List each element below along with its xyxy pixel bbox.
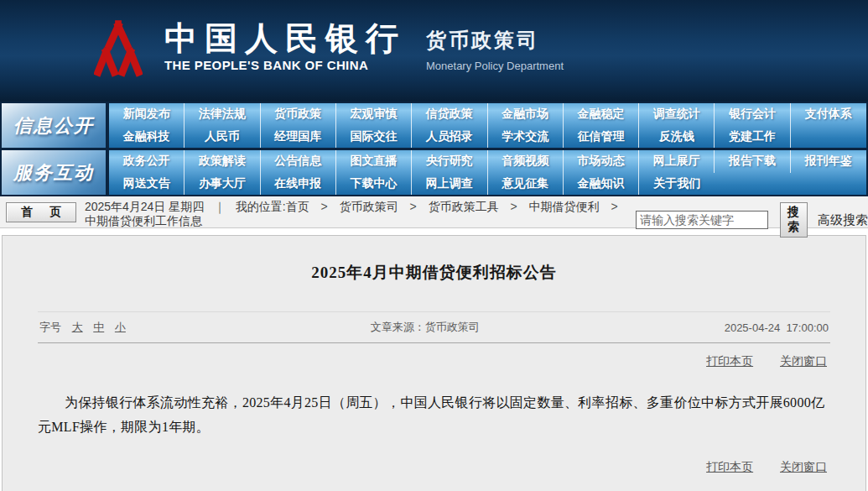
nav-grid-info: 新闻发布 法律法规 货币政策 宏观审慎 信贷政策 金融市场 金融稳定 调查统计 … <box>109 103 866 148</box>
nav-item[interactable]: 国际交往 <box>336 126 412 149</box>
nav-item[interactable]: 人民币 <box>185 126 260 149</box>
location-label: 我的位置: <box>236 200 286 213</box>
chevron-right-icon: > <box>611 200 617 213</box>
nav-item[interactable]: 关于我们 <box>639 173 715 196</box>
nav-item[interactable]: 公告信息 <box>261 150 336 173</box>
nav-grid-service: 政务公开 政策解读 公告信息 图文直播 央行研究 音频视频 市场动态 网上展厅 … <box>109 150 866 195</box>
nav-item[interactable]: 音频视频 <box>488 150 564 173</box>
nav-item[interactable]: 经理国库 <box>261 126 336 149</box>
breadcrumb: 2025年4月24日 星期四 ｜ 我的位置:首页 > 货币政策司 > 货币政策工… <box>85 200 631 228</box>
chevron-right-icon: > <box>321 200 328 213</box>
breadcrumb-mlf[interactable]: 中期借贷便利 <box>529 200 600 213</box>
nav-item[interactable]: 网送文告 <box>109 173 185 196</box>
nav-band-info: 信息公开 新闻发布 法律法规 货币政策 宏观审慎 信贷政策 金融市场 金融稳定 … <box>0 103 868 148</box>
nav-item[interactable]: 在线申报 <box>261 173 336 196</box>
page: 中国人民银行 THE PEOPLE'S BANK OF CHINA 货币政策司 … <box>0 0 868 491</box>
nav-item[interactable]: 反洗钱 <box>639 126 715 149</box>
breadcrumb-current[interactable]: 中期借贷便利工作信息 <box>85 214 202 227</box>
print-page-link[interactable]: 打印本页 <box>706 460 753 473</box>
nav-item-empty <box>715 173 790 196</box>
nav-item[interactable]: 图文直播 <box>336 150 412 173</box>
bank-name-en: THE PEOPLE'S BANK OF CHINA <box>164 58 406 72</box>
article-source: 文章来源：货币政策司 <box>126 320 725 335</box>
nav-item[interactable]: 下载中心 <box>336 173 412 196</box>
nav-item[interactable]: 金融稳定 <box>564 103 639 126</box>
font-size-large[interactable]: 大 <box>72 321 83 333</box>
chevron-right-icon: > <box>511 200 517 213</box>
bank-name-cn: 中国人民银行 <box>164 20 406 55</box>
nav-item[interactable]: 法律法规 <box>185 103 260 126</box>
font-size-label: 字号 <box>39 321 61 333</box>
nav-item[interactable]: 报刊年鉴 <box>791 150 866 173</box>
font-size-medium[interactable]: 中 <box>93 321 104 333</box>
breadcrumb-dept[interactable]: 货币政策司 <box>340 200 398 213</box>
nav-item-empty <box>791 126 866 149</box>
nav-item[interactable]: 政策解读 <box>185 150 260 173</box>
nav-item[interactable]: 银行会计 <box>715 103 790 126</box>
breadcrumb-tools[interactable]: 货币政策工具 <box>429 200 499 213</box>
article-body: 为保持银行体系流动性充裕，2025年4月25日（周五），中国人民银行将以固定数量… <box>38 390 832 439</box>
source-label: 文章来源： <box>371 321 425 333</box>
pipe-separator: ｜ <box>214 200 226 213</box>
nav-item[interactable]: 网上调查 <box>412 173 487 196</box>
nav-item[interactable]: 调查统计 <box>639 103 715 126</box>
pboc-logo-icon <box>94 18 143 81</box>
nav-item[interactable]: 学术交流 <box>488 126 564 149</box>
current-date: 2025年4月24日 星期四 <box>85 200 204 213</box>
nav-item[interactable]: 报告下载 <box>715 150 790 173</box>
nav-item[interactable]: 信贷政策 <box>412 103 487 126</box>
search-button[interactable]: 搜索 <box>780 202 808 238</box>
nav-item[interactable]: 宏观审慎 <box>336 103 412 126</box>
article-actions-bottom: 打印本页 关闭窗口 <box>3 439 865 475</box>
nav-item[interactable]: 央行研究 <box>412 150 487 173</box>
nav-item[interactable]: 网上展厅 <box>639 150 715 173</box>
close-window-link[interactable]: 关闭窗口 <box>780 354 827 368</box>
nav-item[interactable]: 支付体系 <box>791 103 866 126</box>
nav-item[interactable]: 人员招录 <box>412 126 487 149</box>
article-datetime: 2025-04-24 17:00:00 <box>725 321 829 334</box>
advanced-search-link[interactable]: 高级搜索 <box>818 212 868 228</box>
nav-item-empty <box>791 173 866 196</box>
department-name-en: Monetary Policy Department <box>426 60 564 72</box>
article-panel: 2025年4月中期借贷便利招标公告 字号 大 中 小 文章来源：货币政策司 20… <box>2 235 866 491</box>
nav-band-service: 服务互动 政务公开 政策解读 公告信息 图文直播 央行研究 音频视频 市场动态 … <box>0 150 868 195</box>
source-value: 货币政策司 <box>425 321 480 333</box>
site-header: 中国人民银行 THE PEOPLE'S BANK OF CHINA 货币政策司 … <box>0 0 868 102</box>
nav-item[interactable]: 金融市场 <box>488 103 564 126</box>
nav-item[interactable]: 新闻发布 <box>109 103 185 126</box>
article-meta: 字号 大 中 小 文章来源：货币政策司 2025-04-24 17:00:00 <box>38 311 830 343</box>
search-area: 搜索 高级搜索 <box>636 202 868 238</box>
page-title: 2025年4月中期借贷便利招标公告 <box>3 236 865 284</box>
nav-section-service-interaction[interactable]: 服务互动 <box>2 150 106 195</box>
nav-item[interactable]: 征信管理 <box>564 126 639 149</box>
search-input[interactable] <box>636 211 768 229</box>
main-nav: 信息公开 新闻发布 法律法规 货币政策 宏观审慎 信贷政策 金融市场 金融稳定 … <box>0 102 868 196</box>
nav-item[interactable]: 货币政策 <box>261 103 336 126</box>
print-page-link[interactable]: 打印本页 <box>706 354 753 368</box>
font-size-controls: 字号 大 中 小 <box>39 320 126 335</box>
chevron-right-icon: > <box>410 200 417 213</box>
font-size-small[interactable]: 小 <box>115 321 126 333</box>
breadcrumb-bar: 首 页 2025年4月24日 星期四 ｜ 我的位置:首页 > 货币政策司 > 货… <box>0 196 868 228</box>
nav-item[interactable]: 金融科技 <box>109 126 185 149</box>
close-window-link[interactable]: 关闭窗口 <box>780 460 827 473</box>
nav-item[interactable]: 金融知识 <box>564 173 639 196</box>
breadcrumb-home[interactable]: 首页 <box>286 200 309 213</box>
nav-item[interactable]: 办事大厅 <box>185 173 260 196</box>
article-actions-top: 打印本页 关闭窗口 <box>3 343 865 369</box>
nav-item[interactable]: 政务公开 <box>109 150 185 173</box>
nav-item[interactable]: 市场动态 <box>564 150 639 173</box>
nav-section-info-disclosure[interactable]: 信息公开 <box>2 103 106 148</box>
department-name-cn: 货币政策司 <box>426 27 564 54</box>
nav-item[interactable]: 意见征集 <box>488 173 564 196</box>
nav-item[interactable]: 党建工作 <box>715 126 790 149</box>
home-button[interactable]: 首 页 <box>6 202 76 222</box>
